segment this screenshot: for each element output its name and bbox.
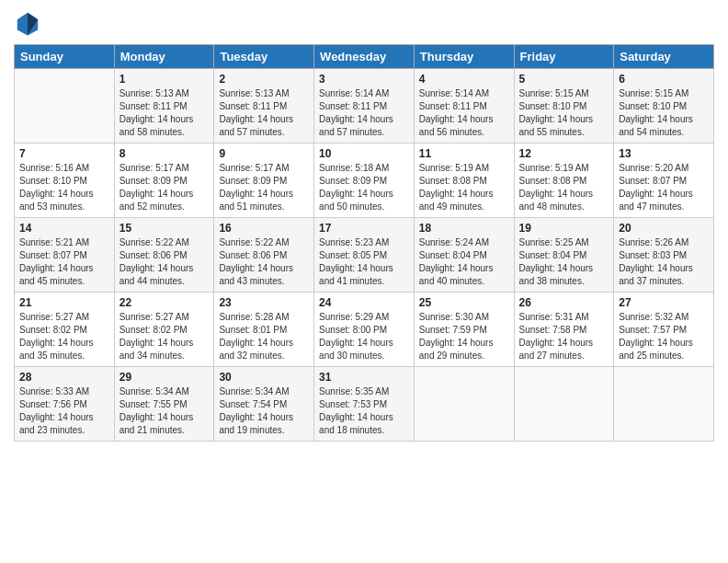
day-info: Sunrise: 5:19 AMSunset: 8:08 PMDaylight:… bbox=[519, 162, 609, 213]
day-cell: 11Sunrise: 5:19 AMSunset: 8:08 PMDayligh… bbox=[414, 144, 514, 218]
day-cell: 22Sunrise: 5:27 AMSunset: 8:02 PMDayligh… bbox=[114, 293, 214, 367]
day-info: Sunrise: 5:18 AMSunset: 8:09 PMDaylight:… bbox=[319, 162, 409, 213]
day-number: 28 bbox=[19, 371, 109, 384]
weekday-tuesday: Tuesday bbox=[214, 45, 314, 69]
day-number: 5 bbox=[519, 73, 609, 86]
day-info: Sunrise: 5:27 AMSunset: 8:02 PMDaylight:… bbox=[119, 311, 210, 362]
day-info: Sunrise: 5:24 AMSunset: 8:04 PMDaylight:… bbox=[419, 236, 509, 288]
day-info: Sunrise: 5:13 AMSunset: 8:11 PMDaylight:… bbox=[119, 87, 210, 139]
day-number: 26 bbox=[519, 296, 609, 309]
day-info: Sunrise: 5:23 AMSunset: 8:05 PMDaylight:… bbox=[319, 236, 409, 288]
day-number: 12 bbox=[519, 147, 609, 160]
header bbox=[14, 9, 714, 37]
day-number: 4 bbox=[419, 73, 509, 86]
day-number: 18 bbox=[419, 222, 509, 235]
day-cell bbox=[15, 69, 115, 144]
day-info: Sunrise: 5:14 AMSunset: 8:11 PMDaylight:… bbox=[419, 87, 509, 139]
day-cell: 23Sunrise: 5:28 AMSunset: 8:01 PMDayligh… bbox=[214, 293, 314, 367]
day-cell: 18Sunrise: 5:24 AMSunset: 8:04 PMDayligh… bbox=[414, 218, 514, 293]
day-cell: 12Sunrise: 5:19 AMSunset: 8:08 PMDayligh… bbox=[514, 144, 614, 218]
day-info: Sunrise: 5:22 AMSunset: 8:06 PMDaylight:… bbox=[119, 236, 210, 288]
day-info: Sunrise: 5:29 AMSunset: 8:00 PMDaylight:… bbox=[319, 311, 409, 362]
day-number: 2 bbox=[219, 73, 309, 86]
day-cell: 19Sunrise: 5:25 AMSunset: 8:04 PMDayligh… bbox=[514, 218, 614, 293]
day-number: 7 bbox=[19, 147, 109, 160]
weekday-sunday: Sunday bbox=[15, 45, 115, 69]
day-info: Sunrise: 5:13 AMSunset: 8:11 PMDaylight:… bbox=[219, 87, 309, 139]
day-info: Sunrise: 5:15 AMSunset: 8:10 PMDaylight:… bbox=[619, 87, 709, 139]
day-number: 16 bbox=[219, 222, 309, 235]
day-number: 20 bbox=[619, 222, 709, 235]
day-cell: 28Sunrise: 5:33 AMSunset: 7:56 PMDayligh… bbox=[15, 367, 115, 442]
day-info: Sunrise: 5:30 AMSunset: 7:59 PMDaylight:… bbox=[419, 311, 509, 362]
day-number: 14 bbox=[19, 222, 109, 235]
day-number: 31 bbox=[319, 371, 409, 384]
week-row-2: 7Sunrise: 5:16 AMSunset: 8:10 PMDaylight… bbox=[15, 144, 714, 218]
day-cell: 14Sunrise: 5:21 AMSunset: 8:07 PMDayligh… bbox=[15, 218, 115, 293]
day-info: Sunrise: 5:21 AMSunset: 8:07 PMDaylight:… bbox=[19, 236, 109, 288]
day-info: Sunrise: 5:28 AMSunset: 8:01 PMDaylight:… bbox=[219, 311, 309, 362]
day-number: 30 bbox=[219, 371, 309, 384]
day-cell: 24Sunrise: 5:29 AMSunset: 8:00 PMDayligh… bbox=[314, 293, 415, 367]
logo bbox=[14, 9, 45, 37]
day-cell: 3Sunrise: 5:14 AMSunset: 8:11 PMDaylight… bbox=[314, 69, 415, 144]
weekday-wednesday: Wednesday bbox=[314, 45, 415, 69]
weekday-thursday: Thursday bbox=[414, 45, 514, 69]
day-cell: 4Sunrise: 5:14 AMSunset: 8:11 PMDaylight… bbox=[414, 69, 514, 144]
day-cell: 6Sunrise: 5:15 AMSunset: 8:10 PMDaylight… bbox=[614, 69, 714, 144]
week-row-5: 28Sunrise: 5:33 AMSunset: 7:56 PMDayligh… bbox=[15, 367, 714, 442]
day-cell bbox=[614, 367, 714, 442]
day-number: 15 bbox=[119, 222, 210, 235]
day-cell: 1Sunrise: 5:13 AMSunset: 8:11 PMDaylight… bbox=[114, 69, 214, 144]
day-info: Sunrise: 5:16 AMSunset: 8:10 PMDaylight:… bbox=[19, 162, 109, 213]
week-row-1: 1Sunrise: 5:13 AMSunset: 8:11 PMDaylight… bbox=[15, 69, 714, 144]
day-cell: 16Sunrise: 5:22 AMSunset: 8:06 PMDayligh… bbox=[214, 218, 314, 293]
day-info: Sunrise: 5:34 AMSunset: 7:54 PMDaylight:… bbox=[219, 385, 309, 437]
calendar: SundayMondayTuesdayWednesdayThursdayFrid… bbox=[14, 44, 714, 442]
day-info: Sunrise: 5:33 AMSunset: 7:56 PMDaylight:… bbox=[19, 385, 109, 437]
day-cell: 8Sunrise: 5:17 AMSunset: 8:09 PMDaylight… bbox=[114, 144, 214, 218]
day-number: 13 bbox=[619, 147, 709, 160]
day-number: 17 bbox=[319, 222, 409, 235]
day-cell: 20Sunrise: 5:26 AMSunset: 8:03 PMDayligh… bbox=[614, 218, 714, 293]
day-cell: 10Sunrise: 5:18 AMSunset: 8:09 PMDayligh… bbox=[314, 144, 415, 218]
day-info: Sunrise: 5:31 AMSunset: 7:58 PMDaylight:… bbox=[519, 311, 609, 362]
day-info: Sunrise: 5:20 AMSunset: 8:07 PMDaylight:… bbox=[619, 162, 709, 213]
day-number: 22 bbox=[119, 296, 210, 309]
day-cell: 27Sunrise: 5:32 AMSunset: 7:57 PMDayligh… bbox=[614, 293, 714, 367]
day-cell: 26Sunrise: 5:31 AMSunset: 7:58 PMDayligh… bbox=[514, 293, 614, 367]
day-info: Sunrise: 5:17 AMSunset: 8:09 PMDaylight:… bbox=[219, 162, 309, 213]
week-row-3: 14Sunrise: 5:21 AMSunset: 8:07 PMDayligh… bbox=[15, 218, 714, 293]
day-number: 9 bbox=[219, 147, 309, 160]
day-info: Sunrise: 5:25 AMSunset: 8:04 PMDaylight:… bbox=[519, 236, 609, 288]
day-number: 6 bbox=[619, 73, 709, 86]
day-number: 3 bbox=[319, 73, 409, 86]
day-info: Sunrise: 5:19 AMSunset: 8:08 PMDaylight:… bbox=[419, 162, 509, 213]
week-row-4: 21Sunrise: 5:27 AMSunset: 8:02 PMDayligh… bbox=[15, 293, 714, 367]
day-cell bbox=[514, 367, 614, 442]
day-cell: 9Sunrise: 5:17 AMSunset: 8:09 PMDaylight… bbox=[214, 144, 314, 218]
day-cell: 29Sunrise: 5:34 AMSunset: 7:55 PMDayligh… bbox=[114, 367, 214, 442]
weekday-friday: Friday bbox=[514, 45, 614, 69]
day-number: 10 bbox=[319, 147, 409, 160]
day-info: Sunrise: 5:14 AMSunset: 8:11 PMDaylight:… bbox=[319, 87, 409, 139]
day-info: Sunrise: 5:22 AMSunset: 8:06 PMDaylight:… bbox=[219, 236, 309, 288]
day-cell: 25Sunrise: 5:30 AMSunset: 7:59 PMDayligh… bbox=[414, 293, 514, 367]
day-info: Sunrise: 5:26 AMSunset: 8:03 PMDaylight:… bbox=[619, 236, 709, 288]
day-cell: 17Sunrise: 5:23 AMSunset: 8:05 PMDayligh… bbox=[314, 218, 415, 293]
day-info: Sunrise: 5:34 AMSunset: 7:55 PMDaylight:… bbox=[119, 385, 210, 437]
day-cell: 2Sunrise: 5:13 AMSunset: 8:11 PMDaylight… bbox=[214, 69, 314, 144]
day-number: 24 bbox=[319, 296, 409, 309]
day-cell bbox=[414, 367, 514, 442]
day-cell: 5Sunrise: 5:15 AMSunset: 8:10 PMDaylight… bbox=[514, 69, 614, 144]
day-number: 1 bbox=[119, 73, 210, 86]
day-info: Sunrise: 5:15 AMSunset: 8:10 PMDaylight:… bbox=[519, 87, 609, 139]
day-number: 23 bbox=[219, 296, 309, 309]
day-number: 21 bbox=[19, 296, 109, 309]
day-number: 29 bbox=[119, 371, 210, 384]
day-info: Sunrise: 5:27 AMSunset: 8:02 PMDaylight:… bbox=[19, 311, 109, 362]
day-info: Sunrise: 5:32 AMSunset: 7:57 PMDaylight:… bbox=[619, 311, 709, 362]
day-number: 11 bbox=[419, 147, 509, 160]
day-cell: 7Sunrise: 5:16 AMSunset: 8:10 PMDaylight… bbox=[15, 144, 115, 218]
page: SundayMondayTuesdayWednesdayThursdayFrid… bbox=[0, 0, 728, 451]
